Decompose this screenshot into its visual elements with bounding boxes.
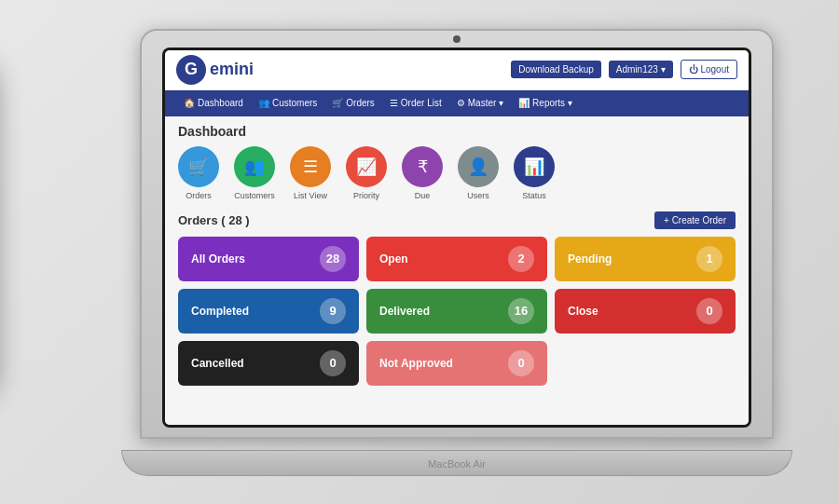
open-value: 2 (508, 246, 534, 272)
laptop: G emini Download Backup Admin123 ▾ ⏻ Log… (140, 29, 774, 476)
main-content: Dashboard 🛒 Orders 👥 Customers ☰ (165, 116, 749, 425)
orders-title: Orders ( 28 ) (178, 213, 250, 227)
laptop-body: G emini Download Backup Admin123 ▾ ⏻ Log… (140, 29, 774, 439)
pending-value: 1 (696, 246, 722, 272)
customers-icon-label: Customers (234, 191, 275, 200)
nav-customers[interactable]: 👥 Customers (251, 90, 324, 116)
stat-cancelled[interactable]: Cancelled 0 (178, 341, 359, 386)
icon-priority[interactable]: 📈 Priority (346, 146, 387, 200)
cancelled-label: Cancelled (191, 357, 244, 370)
stat-delivered[interactable]: Delivered 16 (366, 289, 547, 334)
nav-bar: 🏠 Dashboard 👥 Customers 🛒 Orders ☰ Order… (165, 90, 749, 116)
nav-reports[interactable]: 📊 Reports ▾ (511, 90, 580, 116)
icon-due[interactable]: ₹ Due (402, 146, 443, 200)
due-icon-label: Due (415, 191, 431, 200)
stat-pending[interactable]: Pending 1 (555, 237, 736, 281)
delivered-label: Delivered (379, 305, 430, 318)
not-approved-value: 0 (508, 350, 534, 376)
stat-completed[interactable]: Completed 9 (178, 289, 359, 334)
stat-open[interactable]: Open 2 (366, 237, 547, 281)
completed-value: 9 (320, 298, 346, 324)
users-icon: 👤 (458, 146, 499, 187)
create-order-button[interactable]: + Create Order (654, 211, 736, 229)
open-label: Open (379, 252, 408, 266)
close-value: 0 (696, 298, 722, 324)
status-icon-label: Status (522, 191, 546, 200)
all-orders-value: 28 (320, 246, 346, 272)
stat-close[interactable]: Close 0 (555, 289, 736, 334)
pending-label: Pending (568, 252, 612, 266)
stat-not-approved[interactable]: Not Approved 0 (366, 341, 547, 386)
icon-grid: 🛒 Orders 👥 Customers ☰ List View 📈 (178, 146, 736, 200)
nav-orders[interactable]: 🛒 Orders (324, 90, 382, 116)
page-title: Dashboard (178, 124, 736, 139)
download-backup-button[interactable]: Download Backup (511, 61, 601, 78)
status-icon: 📊 (514, 146, 555, 187)
listview-icon: ☰ (290, 146, 331, 187)
priority-icon: 📈 (346, 146, 387, 187)
cancelled-value: 0 (320, 350, 346, 376)
laptop-brand: MacBook Air (122, 451, 791, 477)
users-icon-label: Users (467, 191, 489, 200)
logo-area: G emini (176, 55, 254, 85)
laptop-screen: G emini Download Backup Admin123 ▾ ⏻ Log… (165, 50, 749, 425)
customers-icon: 👥 (234, 146, 275, 187)
icon-users[interactable]: 👤 Users (458, 146, 499, 200)
icon-customers[interactable]: 👥 Customers (234, 146, 275, 200)
admin-menu-button[interactable]: Admin123 ▾ (609, 61, 673, 78)
icon-listview[interactable]: ☰ List View (290, 146, 331, 200)
laptop-bezel: G emini Download Backup Admin123 ▾ ⏻ Log… (162, 48, 751, 428)
all-orders-label: All Orders (191, 252, 245, 266)
laptop-camera (453, 35, 461, 43)
icon-orders[interactable]: 🛒 Orders (178, 146, 219, 200)
screen-header: G emini Download Backup Admin123 ▾ ⏻ Log… (165, 50, 749, 90)
priority-icon-label: Priority (353, 191, 379, 200)
stat-grid: All Orders 28 Open 2 Pending 1 Complet (178, 237, 736, 386)
orders-icon-label: Orders (186, 191, 212, 200)
orders-icon: 🛒 (178, 146, 219, 187)
listview-icon-label: List View (294, 191, 327, 200)
nav-order-list[interactable]: ☰ Order List (382, 90, 449, 116)
due-icon: ₹ (402, 146, 443, 187)
nav-master[interactable]: ⚙ Master ▾ (449, 90, 511, 116)
header-actions: Download Backup Admin123 ▾ ⏻ Logout (511, 60, 737, 79)
orders-header: Orders ( 28 ) + Create Order (178, 211, 736, 229)
completed-label: Completed (191, 305, 249, 318)
logo-name: emini (210, 60, 254, 79)
close-label: Close (568, 305, 598, 318)
power-icon: ⏻ (689, 64, 698, 75)
icon-status[interactable]: 📊 Status (514, 146, 555, 200)
logout-button[interactable]: ⏻ Logout (681, 60, 737, 79)
delivered-value: 16 (508, 298, 534, 324)
logo-icon: G (176, 55, 206, 85)
not-approved-label: Not Approved (379, 357, 453, 370)
nav-dashboard[interactable]: 🏠 Dashboard (176, 90, 251, 116)
stat-all-orders[interactable]: All Orders 28 (178, 237, 359, 281)
laptop-base: MacBook Air (121, 450, 792, 476)
